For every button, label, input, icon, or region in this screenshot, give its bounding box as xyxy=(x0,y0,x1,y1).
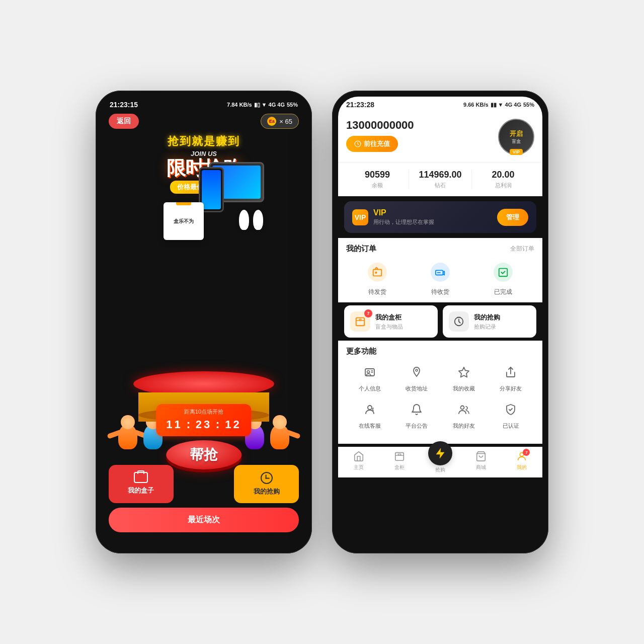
recharge-icon xyxy=(354,140,361,147)
coin-icon: Ea xyxy=(267,117,276,126)
pending-receive-label: 待收货 xyxy=(431,288,449,296)
recent-sessions-button[interactable]: 最近场次 xyxy=(109,508,299,532)
stage-content: 距离10点场开抢 11：23：12 帮抢 xyxy=(156,404,251,469)
nav-flash-center[interactable]: 抢购 xyxy=(420,450,460,473)
favorites-label: 我的收藏 xyxy=(453,385,475,392)
my-flash-sale-card[interactable]: 我的抢购 抢购记录 xyxy=(443,305,536,338)
phone-1: 21:23:15 7.84 KB/s ▮▯ ▼ 4G 4G 55% 返回 Ea … xyxy=(96,91,312,553)
shop-label: 商城 xyxy=(476,464,486,471)
cabinet-sub: 盲盒与物品 xyxy=(375,323,403,331)
svg-rect-1 xyxy=(373,270,382,276)
more-functions-section: 更多功能 个人信息 xyxy=(338,341,542,444)
share-icon xyxy=(502,363,520,381)
svg-rect-2 xyxy=(375,272,377,274)
func-my-friends[interactable]: 我的好友 xyxy=(440,400,488,430)
mine-icon: 7 xyxy=(516,450,528,462)
func-share[interactable]: 分享好友 xyxy=(488,363,535,392)
func-customer-service[interactable]: 在线客服 xyxy=(346,400,393,430)
balance-value: 90599 xyxy=(346,170,409,180)
status-bar-2: 21:23:28 9.66 KB/s ▮▮ ▼ 4G 4G 55% xyxy=(338,97,542,111)
customer-service-icon xyxy=(361,400,379,419)
orders-section: 我的订单 全部订单 xyxy=(338,238,542,302)
vip-circle[interactable]: 开启 盲盒 VIP xyxy=(498,119,534,155)
func-row-1: 个人信息 收货地址 xyxy=(346,363,534,392)
func-favorites[interactable]: 我的收藏 xyxy=(440,363,488,392)
order-pending-receive[interactable]: 待收货 xyxy=(429,261,452,296)
verified-icon xyxy=(502,400,520,419)
profile-header: 13000000000 前往充值 开启 盲盒 VIP xyxy=(338,111,542,162)
flash-sale-icon xyxy=(449,311,469,332)
func-personal-info[interactable]: 个人信息 xyxy=(346,363,393,392)
vip-card-subtitle: 用行动，让理想尽在掌握 xyxy=(373,218,434,226)
coin-badge: Ea × 65 xyxy=(261,114,299,129)
pending-ship-label: 待发货 xyxy=(368,288,386,296)
more-functions-title: 更多功能 xyxy=(346,347,534,356)
svg-point-9 xyxy=(367,371,369,373)
cabinet-nav-icon xyxy=(393,450,406,462)
order-completed[interactable]: 已完成 xyxy=(492,261,515,296)
bottom-nav: 主页 盒柜 xyxy=(338,447,542,477)
func-address[interactable]: 收货地址 xyxy=(393,363,441,392)
my-flash-label: 我的抢购 xyxy=(254,487,280,496)
nav-home[interactable]: 主页 xyxy=(338,450,379,473)
pending-receive-icon xyxy=(431,263,450,282)
nav-shop[interactable]: 商城 xyxy=(461,450,502,473)
my-cabinet-card[interactable]: 7 我的盒柜 盲盒与物品 xyxy=(344,305,438,338)
svg-rect-4 xyxy=(499,269,507,277)
banner-title: 抢到就是赚到 xyxy=(109,134,299,149)
personal-info-label: 个人信息 xyxy=(359,385,381,392)
deco-products: 盒乐不为 xyxy=(133,162,274,243)
countdown-time: 11：23：12 xyxy=(166,417,241,432)
completed-label: 已完成 xyxy=(494,288,512,296)
box-label: 盒乐不为 xyxy=(174,218,194,225)
diamond-value: 114969.00 xyxy=(409,170,471,180)
clock-icon xyxy=(261,472,273,484)
nav-mine[interactable]: 7 我的 xyxy=(502,450,542,473)
my-flash-sale-button[interactable]: 我的抢购 xyxy=(234,465,299,503)
deco-earbuds xyxy=(239,210,267,235)
vip-card[interactable]: VIP VIP 用行动，让理想尽在掌握 管理 xyxy=(344,201,536,233)
my-box-label: 我的盒子 xyxy=(128,486,154,495)
cabinet-info: 我的盒柜 盲盒与物品 xyxy=(375,313,403,331)
vip-icon: VIP xyxy=(352,209,368,225)
cabinet-title: 我的盒柜 xyxy=(375,313,403,322)
recharge-button[interactable]: 前往充值 xyxy=(346,136,398,152)
announcement-icon xyxy=(408,400,426,419)
shop-icon xyxy=(475,450,487,462)
orders-more[interactable]: 全部订单 xyxy=(510,245,534,253)
svg-point-10 xyxy=(416,369,418,371)
order-pending-ship[interactable]: 待发货 xyxy=(366,261,389,296)
flash-sale-info: 我的抢购 抢购记录 xyxy=(474,313,500,331)
manage-button[interactable]: 管理 xyxy=(497,209,528,226)
vip-badge: VIP xyxy=(510,149,523,155)
address-icon xyxy=(408,363,426,381)
my-box-button[interactable]: 我的盒子 xyxy=(109,465,174,503)
status-icons-2: 9.66 KB/s ▮▮ ▼ 4G 4G 55% xyxy=(463,102,534,108)
special-cards-row: 7 我的盒柜 盲盒与物品 xyxy=(338,305,542,338)
cabinet-nav-label: 盒柜 xyxy=(394,464,405,471)
recent-sessions-label: 最近场次 xyxy=(188,515,220,524)
mine-badge: 7 xyxy=(523,449,530,456)
home-icon xyxy=(353,450,365,462)
deco-box: 盒乐不为 xyxy=(164,202,204,240)
orders-header: 我的订单 全部订单 xyxy=(346,244,534,254)
phone-2: 21:23:28 9.66 KB/s ▮▮ ▼ 4G 4G 55% 130000… xyxy=(332,91,548,553)
status-icons-1: 7.84 KB/s ▮▯ ▼ 4G 4G 55% xyxy=(227,102,298,108)
back-button[interactable]: 返回 xyxy=(109,114,139,129)
profit-label: 总利润 xyxy=(472,182,534,189)
func-verified[interactable]: 已认证 xyxy=(488,400,535,430)
personal-info-icon xyxy=(361,363,379,381)
completed-icon xyxy=(494,263,513,282)
func-announcement[interactable]: 平台公告 xyxy=(393,400,441,430)
vip-card-left: VIP VIP 用行动，让理想尽在掌握 xyxy=(352,208,434,226)
flash-center-button[interactable] xyxy=(428,441,452,465)
stats-row: 90599 余额 114969.00 钻石 20.00 总利润 xyxy=(338,162,542,196)
figure-1 xyxy=(118,424,137,449)
nav-cabinet[interactable]: 盒柜 xyxy=(379,450,420,473)
favorites-icon xyxy=(455,363,473,381)
stat-balance: 90599 余额 xyxy=(346,170,409,189)
svg-point-11 xyxy=(368,406,372,410)
stat-diamond: 114969.00 钻石 xyxy=(409,170,471,189)
friends-icon xyxy=(455,400,473,419)
profile-phone: 13000000000 xyxy=(346,119,414,132)
